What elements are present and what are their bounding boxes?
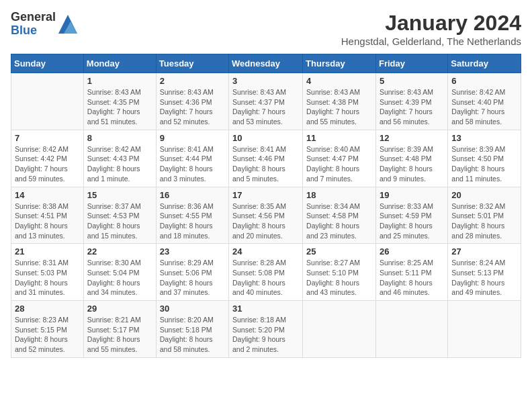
calendar-day-cell xyxy=(11,73,84,130)
calendar-table: SundayMondayTuesdayWednesdayThursdayFrid… xyxy=(11,54,521,358)
day-number: 4 xyxy=(306,76,372,86)
day-number: 27 xyxy=(451,246,517,257)
weekday-header: Saturday xyxy=(448,54,521,73)
day-number: 26 xyxy=(380,246,444,257)
calendar-day-cell: 20Sunrise: 8:32 AMSunset: 5:01 PMDayligh… xyxy=(448,187,521,244)
weekday-header: Sunday xyxy=(11,54,84,73)
calendar-week-row: 28Sunrise: 8:23 AMSunset: 5:15 PMDayligh… xyxy=(11,301,521,358)
day-detail: Sunrise: 8:36 AMSunset: 4:55 PMDaylight:… xyxy=(160,201,225,241)
day-detail: Sunrise: 8:23 AMSunset: 5:15 PMDaylight:… xyxy=(15,315,80,355)
day-number: 20 xyxy=(451,190,517,200)
day-number: 13 xyxy=(451,133,517,143)
calendar-day-cell: 23Sunrise: 8:29 AMSunset: 5:06 PMDayligh… xyxy=(156,244,228,301)
day-detail: Sunrise: 8:20 AMSunset: 5:18 PMDaylight:… xyxy=(160,315,225,355)
month-title: January 2024 xyxy=(341,11,521,36)
weekday-row: SundayMondayTuesdayWednesdayThursdayFrid… xyxy=(11,54,521,73)
day-detail: Sunrise: 8:21 AMSunset: 5:17 PMDaylight:… xyxy=(87,315,152,355)
calendar-day-cell: 24Sunrise: 8:28 AMSunset: 5:08 PMDayligh… xyxy=(229,244,303,301)
calendar-day-cell: 19Sunrise: 8:33 AMSunset: 4:59 PMDayligh… xyxy=(375,187,447,244)
day-number: 2 xyxy=(160,76,225,86)
day-detail: Sunrise: 8:28 AMSunset: 5:08 PMDaylight:… xyxy=(232,258,299,298)
calendar-day-cell: 12Sunrise: 8:39 AMSunset: 4:48 PMDayligh… xyxy=(375,130,447,187)
calendar-day-cell: 1Sunrise: 8:43 AMSunset: 4:35 PMDaylight… xyxy=(83,73,156,130)
day-number: 19 xyxy=(380,190,444,200)
day-detail: Sunrise: 8:42 AMSunset: 4:42 PMDaylight:… xyxy=(15,144,80,184)
day-detail: Sunrise: 8:43 AMSunset: 4:38 PMDaylight:… xyxy=(306,87,372,127)
day-number: 24 xyxy=(232,246,299,257)
day-detail: Sunrise: 8:39 AMSunset: 4:50 PMDaylight:… xyxy=(451,144,517,184)
day-number: 30 xyxy=(160,304,225,314)
calendar-day-cell: 30Sunrise: 8:20 AMSunset: 5:18 PMDayligh… xyxy=(156,301,228,358)
weekday-header: Monday xyxy=(83,54,156,73)
day-number: 12 xyxy=(380,133,444,143)
day-detail: Sunrise: 8:39 AMSunset: 4:48 PMDaylight:… xyxy=(380,144,444,184)
calendar-day-cell: 8Sunrise: 8:42 AMSunset: 4:43 PMDaylight… xyxy=(83,130,156,187)
day-number: 14 xyxy=(15,190,80,200)
calendar-week-row: 7Sunrise: 8:42 AMSunset: 4:42 PMDaylight… xyxy=(11,130,521,187)
weekday-header: Thursday xyxy=(303,54,376,73)
day-number: 25 xyxy=(306,246,372,257)
calendar-day-cell: 14Sunrise: 8:38 AMSunset: 4:51 PMDayligh… xyxy=(11,187,84,244)
weekday-header: Friday xyxy=(375,54,447,73)
day-number: 16 xyxy=(160,190,225,200)
logo-icon xyxy=(58,15,77,34)
calendar-day-cell: 9Sunrise: 8:41 AMSunset: 4:44 PMDaylight… xyxy=(156,130,228,187)
calendar-day-cell xyxy=(303,301,376,358)
calendar-day-cell: 22Sunrise: 8:30 AMSunset: 5:04 PMDayligh… xyxy=(83,244,156,301)
day-number: 5 xyxy=(380,76,444,86)
day-detail: Sunrise: 8:30 AMSunset: 5:04 PMDaylight:… xyxy=(87,258,152,298)
calendar-day-cell: 29Sunrise: 8:21 AMSunset: 5:17 PMDayligh… xyxy=(83,301,156,358)
day-detail: Sunrise: 8:33 AMSunset: 4:59 PMDaylight:… xyxy=(380,201,444,241)
day-detail: Sunrise: 8:43 AMSunset: 4:39 PMDaylight:… xyxy=(380,87,444,127)
day-number: 31 xyxy=(232,304,299,314)
calendar-header: SundayMondayTuesdayWednesdayThursdayFrid… xyxy=(11,54,521,73)
day-number: 22 xyxy=(87,246,152,257)
day-detail: Sunrise: 8:42 AMSunset: 4:40 PMDaylight:… xyxy=(451,87,517,127)
day-detail: Sunrise: 8:25 AMSunset: 5:11 PMDaylight:… xyxy=(380,258,444,298)
day-detail: Sunrise: 8:41 AMSunset: 4:44 PMDaylight:… xyxy=(160,144,225,184)
day-detail: Sunrise: 8:43 AMSunset: 4:36 PMDaylight:… xyxy=(160,87,225,127)
calendar-day-cell: 2Sunrise: 8:43 AMSunset: 4:36 PMDaylight… xyxy=(156,73,228,130)
day-detail: Sunrise: 8:18 AMSunset: 5:20 PMDaylight:… xyxy=(232,315,299,355)
calendar-day-cell: 10Sunrise: 8:41 AMSunset: 4:46 PMDayligh… xyxy=(229,130,303,187)
calendar-day-cell: 13Sunrise: 8:39 AMSunset: 4:50 PMDayligh… xyxy=(448,130,521,187)
calendar-day-cell: 28Sunrise: 8:23 AMSunset: 5:15 PMDayligh… xyxy=(11,301,84,358)
day-number: 11 xyxy=(306,133,372,143)
location-title: Hengstdal, Gelderland, The Netherlands xyxy=(341,36,521,47)
calendar-day-cell: 27Sunrise: 8:24 AMSunset: 5:13 PMDayligh… xyxy=(448,244,521,301)
day-detail: Sunrise: 8:40 AMSunset: 4:47 PMDaylight:… xyxy=(306,144,372,184)
title-block: January 2024 Hengstdal, Gelderland, The … xyxy=(341,11,521,47)
calendar-day-cell: 11Sunrise: 8:40 AMSunset: 4:47 PMDayligh… xyxy=(303,130,376,187)
page-header: General Blue January 2024 Hengstdal, Gel… xyxy=(11,11,521,47)
day-detail: Sunrise: 8:34 AMSunset: 4:58 PMDaylight:… xyxy=(306,201,372,241)
day-number: 28 xyxy=(15,304,80,314)
calendar-day-cell: 16Sunrise: 8:36 AMSunset: 4:55 PMDayligh… xyxy=(156,187,228,244)
day-detail: Sunrise: 8:27 AMSunset: 5:10 PMDaylight:… xyxy=(306,258,372,298)
day-detail: Sunrise: 8:24 AMSunset: 5:13 PMDaylight:… xyxy=(451,258,517,298)
calendar-day-cell: 26Sunrise: 8:25 AMSunset: 5:11 PMDayligh… xyxy=(375,244,447,301)
day-number: 18 xyxy=(306,190,372,200)
calendar-day-cell: 7Sunrise: 8:42 AMSunset: 4:42 PMDaylight… xyxy=(11,130,84,187)
day-number: 21 xyxy=(15,246,80,257)
day-number: 17 xyxy=(232,190,299,200)
day-number: 15 xyxy=(87,190,152,200)
day-number: 8 xyxy=(87,133,152,143)
day-number: 9 xyxy=(160,133,225,143)
day-detail: Sunrise: 8:42 AMSunset: 4:43 PMDaylight:… xyxy=(87,144,152,184)
day-detail: Sunrise: 8:43 AMSunset: 4:35 PMDaylight:… xyxy=(87,87,152,127)
calendar-day-cell: 15Sunrise: 8:37 AMSunset: 4:53 PMDayligh… xyxy=(83,187,156,244)
day-number: 29 xyxy=(87,304,152,314)
day-detail: Sunrise: 8:31 AMSunset: 5:03 PMDaylight:… xyxy=(15,258,80,298)
day-number: 7 xyxy=(15,133,80,143)
day-number: 3 xyxy=(232,76,299,86)
logo: General Blue xyxy=(11,11,77,38)
weekday-header: Wednesday xyxy=(229,54,303,73)
calendar-day-cell: 21Sunrise: 8:31 AMSunset: 5:03 PMDayligh… xyxy=(11,244,84,301)
calendar-body: 1Sunrise: 8:43 AMSunset: 4:35 PMDaylight… xyxy=(11,73,521,358)
calendar-day-cell: 3Sunrise: 8:43 AMSunset: 4:37 PMDaylight… xyxy=(229,73,303,130)
day-detail: Sunrise: 8:35 AMSunset: 4:56 PMDaylight:… xyxy=(232,201,299,241)
calendar-day-cell: 6Sunrise: 8:42 AMSunset: 4:40 PMDaylight… xyxy=(448,73,521,130)
calendar-day-cell: 31Sunrise: 8:18 AMSunset: 5:20 PMDayligh… xyxy=(229,301,303,358)
calendar-day-cell: 17Sunrise: 8:35 AMSunset: 4:56 PMDayligh… xyxy=(229,187,303,244)
calendar-day-cell xyxy=(448,301,521,358)
